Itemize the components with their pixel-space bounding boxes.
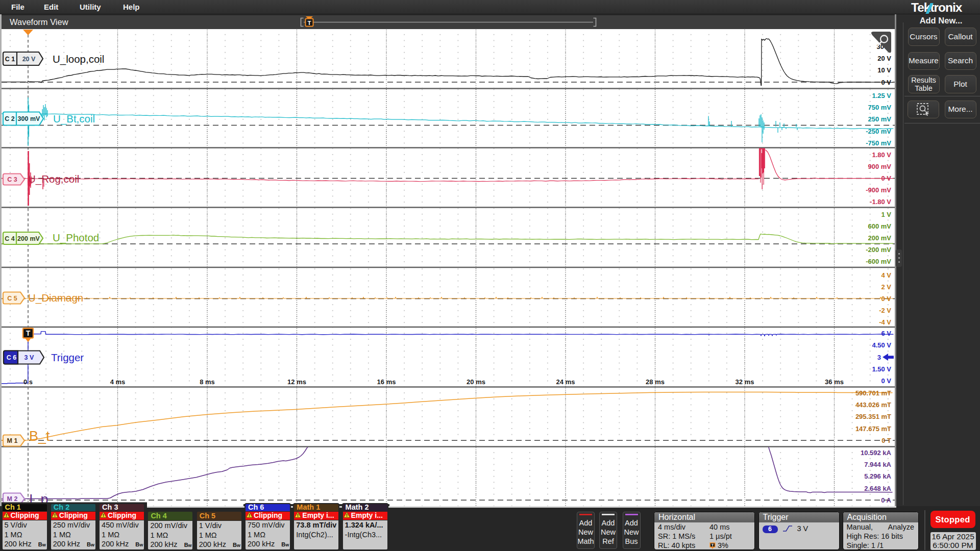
svg-text:590.701 mT: 590.701 mT <box>855 389 891 397</box>
svg-text:5.296 kA: 5.296 kA <box>864 472 891 480</box>
svg-text:C 1: C 1 <box>5 56 15 63</box>
svg-text:-250 mV: -250 mV <box>866 128 891 135</box>
svg-text:2.648 kA: 2.648 kA <box>864 485 891 492</box>
svg-text:!: ! <box>6 513 7 518</box>
svg-text:20 V: 20 V <box>877 55 891 62</box>
svg-text:T: T <box>712 543 714 547</box>
svg-text:1.25 V: 1.25 V <box>872 92 891 99</box>
svg-text:-600 mV: -600 mV <box>866 258 891 265</box>
svg-text:T: T <box>26 329 31 337</box>
svg-text:900 mV: 900 mV <box>868 163 891 170</box>
svg-text:3 V: 3 V <box>24 354 34 361</box>
svg-text:7.944 kA: 7.944 kA <box>864 461 891 468</box>
svg-text:1.80 V: 1.80 V <box>872 151 891 159</box>
svg-text:10.592 kA: 10.592 kA <box>861 449 892 457</box>
svg-text:!: ! <box>249 513 250 518</box>
svg-text:0 T: 0 T <box>881 437 891 444</box>
svg-text:20 V: 20 V <box>22 56 36 63</box>
svg-text:-900 mV: -900 mV <box>866 186 891 194</box>
svg-text:147.675 mT: 147.675 mT <box>855 425 891 433</box>
svg-text:C 3: C 3 <box>7 176 17 183</box>
svg-text:M 1: M 1 <box>7 437 18 444</box>
svg-text:10 V: 10 V <box>877 66 891 74</box>
svg-text:-750 mV: -750 mV <box>866 139 891 147</box>
svg-text:C 4: C 4 <box>5 235 15 242</box>
svg-text:C 2: C 2 <box>5 115 15 122</box>
svg-text:0 V: 0 V <box>881 295 891 303</box>
svg-text:295.351 mT: 295.351 mT <box>855 413 891 420</box>
svg-text:-1.80 V: -1.80 V <box>870 198 891 206</box>
svg-text:1.50 V: 1.50 V <box>872 365 891 373</box>
svg-text:!: ! <box>54 513 56 518</box>
svg-text:0 V: 0 V <box>881 79 891 86</box>
svg-text:T: T <box>307 20 311 26</box>
svg-text:U_Diamagn: U_Diamagn <box>28 292 83 304</box>
svg-text:443.026 mT: 443.026 mT <box>855 401 891 409</box>
svg-text:250 mV: 250 mV <box>868 115 891 123</box>
svg-text:300 mV: 300 mV <box>18 115 40 122</box>
svg-text:B_t: B_t <box>29 429 50 444</box>
svg-text:4 ms: 4 ms <box>110 378 126 386</box>
svg-text:3: 3 <box>877 354 881 361</box>
svg-text:!: ! <box>103 513 104 518</box>
svg-text:750 mV: 750 mV <box>868 104 891 111</box>
svg-text:0 V: 0 V <box>881 377 891 385</box>
svg-text:Trigger: Trigger <box>51 352 84 363</box>
svg-text:0 V: 0 V <box>881 174 891 182</box>
svg-text:200 mV: 200 mV <box>17 235 40 242</box>
svg-text:C 5: C 5 <box>7 295 17 302</box>
svg-text:0 A: 0 A <box>881 496 891 504</box>
svg-text:24 ms: 24 ms <box>556 378 575 386</box>
svg-text:!: ! <box>346 513 348 518</box>
svg-text:36 ms: 36 ms <box>825 378 844 386</box>
svg-text:-2 V: -2 V <box>879 307 891 314</box>
svg-text:!: ! <box>297 513 299 518</box>
svg-text:32 ms: 32 ms <box>736 378 754 386</box>
svg-text:200 mV: 200 mV <box>868 234 891 242</box>
svg-text:U_Rog,coil: U_Rog,coil <box>28 173 79 185</box>
svg-text:16 ms: 16 ms <box>377 378 396 386</box>
svg-text:-4 V: -4 V <box>879 318 891 326</box>
svg-text:M 2: M 2 <box>7 495 18 503</box>
svg-text:C 6: C 6 <box>7 354 17 361</box>
svg-text:U_loop,coil: U_loop,coil <box>53 53 104 65</box>
svg-text:4.50 V: 4.50 V <box>872 341 891 349</box>
svg-text:U_Bt,coil: U_Bt,coil <box>53 113 95 125</box>
svg-text:8 ms: 8 ms <box>200 378 215 386</box>
svg-text:600 mV: 600 mV <box>868 222 891 230</box>
svg-text:20 ms: 20 ms <box>467 378 485 386</box>
svg-text:U_Photod: U_Photod <box>53 232 99 244</box>
svg-text:0 s: 0 s <box>23 378 33 386</box>
svg-text:1 V: 1 V <box>881 211 891 218</box>
svg-text:28 ms: 28 ms <box>646 378 665 386</box>
svg-text:12 ms: 12 ms <box>287 378 306 386</box>
svg-text:4 V: 4 V <box>881 271 891 279</box>
svg-text:2 V: 2 V <box>881 283 891 291</box>
svg-text:6 V: 6 V <box>881 330 891 337</box>
svg-text:-200 mV: -200 mV <box>866 246 891 254</box>
